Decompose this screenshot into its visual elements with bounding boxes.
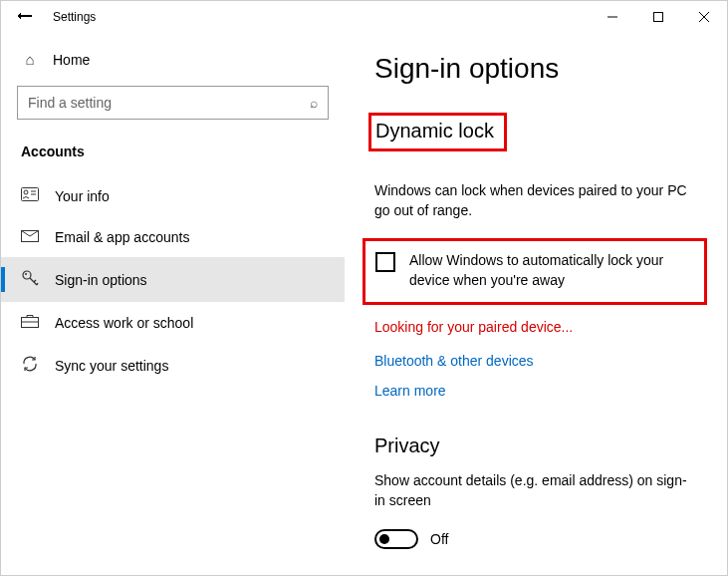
minimize-icon: [607, 12, 617, 22]
sidebar-item-email-accounts[interactable]: Email & app accounts: [1, 216, 345, 257]
sidebar-item-label: Sign-in options: [55, 272, 147, 288]
svg-line-12: [34, 280, 36, 282]
privacy-toggle-state: Off: [430, 531, 448, 547]
dynamic-lock-heading: Dynamic lock: [368, 113, 507, 151]
page-title: Sign-in options: [374, 53, 697, 85]
main-content: Sign-in options Dynamic lock Windows can…: [345, 33, 727, 575]
search-icon: ⌕: [310, 95, 318, 111]
bluetooth-link[interactable]: Bluetooth & other devices: [374, 353, 697, 369]
close-icon: [699, 12, 709, 22]
key-icon: [21, 269, 39, 290]
sidebar: ⌂ Home ⌕ Accounts Your info Email & app …: [1, 33, 345, 575]
sidebar-item-access-work-school[interactable]: Access work or school: [1, 302, 345, 343]
sidebar-item-sign-in-options[interactable]: Sign-in options: [1, 257, 345, 302]
sidebar-item-label: Email & app accounts: [55, 229, 189, 245]
back-button[interactable]: 🠔: [9, 1, 41, 33]
dynamic-lock-checkbox[interactable]: [375, 252, 395, 272]
svg-rect-1: [654, 13, 663, 22]
dynamic-lock-description: Windows can lock when devices paired to …: [374, 181, 697, 220]
sidebar-item-label: Access work or school: [55, 315, 193, 331]
svg-point-5: [24, 190, 28, 194]
section-header: Accounts: [1, 136, 345, 175]
home-label: Home: [53, 52, 90, 68]
dynamic-lock-checkbox-row[interactable]: Allow Windows to automatically lock your…: [375, 251, 694, 290]
learn-more-link[interactable]: Learn more: [374, 383, 697, 399]
sidebar-item-label: Sync your settings: [55, 358, 168, 374]
dynamic-lock-checkbox-label: Allow Windows to automatically lock your…: [409, 251, 694, 290]
svg-point-9: [23, 271, 31, 279]
search-input[interactable]: [28, 95, 289, 111]
briefcase-icon: [21, 314, 39, 331]
sidebar-item-your-info[interactable]: Your info: [1, 175, 345, 216]
pairing-status: Looking for your paired device...: [374, 319, 697, 335]
person-card-icon: [21, 187, 39, 204]
window-title: Settings: [53, 10, 96, 24]
privacy-description: Show account details (e.g. email address…: [374, 471, 697, 510]
mail-icon: [21, 228, 39, 245]
svg-point-10: [25, 273, 27, 275]
search-box[interactable]: ⌕: [17, 86, 329, 120]
sync-icon: [21, 355, 39, 376]
dynamic-lock-checkbox-block: Allow Windows to automatically lock your…: [363, 238, 707, 305]
minimize-button[interactable]: [590, 1, 635, 33]
privacy-heading: Privacy: [374, 434, 697, 457]
window-controls: [590, 1, 727, 33]
sidebar-item-sync-settings[interactable]: Sync your settings: [1, 343, 345, 388]
toggle-knob: [379, 534, 389, 544]
svg-line-11: [30, 278, 37, 285]
svg-line-13: [37, 283, 38, 285]
titlebar: 🠔 Settings: [1, 1, 727, 33]
home-nav[interactable]: ⌂ Home: [1, 41, 345, 78]
close-button[interactable]: [681, 1, 727, 33]
maximize-button[interactable]: [635, 1, 681, 33]
privacy-toggle[interactable]: [374, 529, 418, 549]
sidebar-item-label: Your info: [55, 188, 110, 204]
home-icon: ⌂: [21, 51, 39, 68]
maximize-icon: [653, 12, 663, 22]
